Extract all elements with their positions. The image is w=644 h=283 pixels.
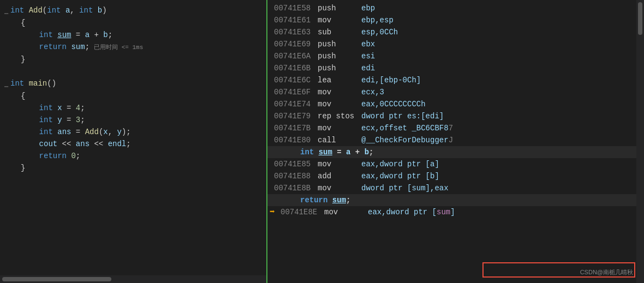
address: 00741E58 (274, 2, 318, 14)
code-text (24, 77, 28, 89)
variable: endl (108, 138, 127, 150)
scrollbar-thumb[interactable] (638, 2, 642, 35)
variable: b (98, 4, 102, 16)
number: 0 (71, 150, 75, 162)
address: 00741E88 (274, 170, 318, 182)
operands: eax,dword ptr [b] (361, 170, 439, 182)
code-line: int sum = a + b; (0, 29, 267, 41)
variable: x (103, 126, 108, 138)
disasm-line: 00741E80call@__CheckForDebuggerJ (267, 134, 644, 146)
operands: edi (361, 62, 375, 74)
address: 00741E6A (274, 50, 318, 62)
code-text (61, 4, 65, 16)
address: 00741E6C (274, 74, 318, 86)
register-operand: sum (437, 206, 450, 218)
mnemonic: mov (318, 122, 361, 134)
code-text: << (57, 138, 76, 150)
keyword: int (79, 4, 93, 16)
code-text: ) (102, 4, 106, 16)
code-text (67, 41, 71, 53)
variable: b (103, 29, 108, 41)
operands: ebx (361, 38, 375, 50)
address: 00741E69 (274, 38, 318, 50)
code-line: int ans = Add(x, y); (0, 126, 267, 138)
operands: ebp (361, 2, 375, 14)
disasm-line: 00741E6Fmovecx,3 (267, 86, 644, 98)
mnemonic: mov (318, 14, 361, 26)
address: 00741E79 (274, 110, 318, 122)
code-line: } (0, 53, 267, 65)
code-text: ( (43, 4, 47, 16)
variable: a (346, 146, 350, 158)
disasm-line: 00741E88addeax,dword ptr [b] (267, 170, 644, 182)
keyword: int (10, 4, 24, 16)
watermark: CSDN@南栀几晴秋 (580, 268, 633, 276)
operands: esp,0CCh (361, 26, 398, 38)
mnemonic: mov (318, 158, 361, 170)
code-line: ⎯int main() (0, 77, 267, 90)
variable: cout (39, 138, 58, 150)
vertical-scrollbar[interactable] (636, 0, 644, 283)
operands: dword ptr es:[edi] (361, 110, 444, 122)
code-text (21, 150, 39, 162)
code-text: = (71, 126, 85, 138)
code-text: , (70, 4, 79, 16)
mnemonic: lea (318, 74, 361, 86)
operands: edi,[ebp-0Ch] (361, 74, 421, 86)
code-text: ( (99, 126, 103, 138)
mnemonic: add (318, 170, 361, 182)
code-text: ; (80, 102, 85, 114)
address: 00741E74 (274, 98, 318, 110)
horizontal-scrollbar[interactable] (0, 275, 267, 283)
disasm-line: 00741E7Bmovecx,offset _BC6CBF87 (267, 122, 644, 134)
address: 00741E8E (281, 206, 324, 218)
code-text: ); (122, 126, 131, 138)
code-line: int y = 3; (0, 114, 267, 126)
keyword: int (47, 4, 61, 16)
variable: ans (57, 126, 71, 138)
code-text: + (90, 29, 103, 41)
disasm-line: 00741E58pushebp (267, 2, 644, 14)
code-text (67, 150, 71, 162)
disasm-line: 00741E74moveax,0CCCCCCCCh (267, 98, 644, 110)
address: 00741E7B (274, 122, 318, 134)
collapse-icon[interactable]: ⎯ (4, 5, 8, 17)
disasm-line: 00741E85moveax,dword ptr [a] (267, 158, 644, 170)
variable: sum (71, 41, 85, 53)
keyword: return (39, 41, 67, 53)
mnemonic: push (318, 2, 361, 14)
code-text: } (21, 53, 25, 65)
code-text (93, 4, 97, 16)
code-line (0, 65, 267, 77)
variable: y (117, 126, 122, 138)
collapse-icon[interactable]: ⎯ (4, 78, 8, 90)
code-text (21, 41, 39, 53)
operands: ecx,3 (361, 86, 384, 98)
code-text: , (108, 126, 117, 138)
keyword: return (300, 194, 327, 206)
mnemonic: rep stos (318, 110, 361, 122)
keyword: int (39, 29, 53, 41)
variable: ans (76, 138, 90, 150)
code-line: return sum;已用时间 <= 1ms (0, 41, 267, 53)
variable: y (57, 114, 62, 126)
variable: x (57, 102, 62, 114)
code-line: cout << ans << endl; (0, 138, 267, 150)
code-text (53, 29, 57, 41)
code-text: ; (126, 138, 130, 150)
mnemonic: push (318, 38, 361, 50)
code-line: ⎯int Add(int a, int b) (0, 4, 267, 17)
keyword: return (39, 150, 67, 162)
code-text: = (71, 29, 85, 41)
mnemonic: mov (318, 98, 361, 110)
operands: @__CheckForDebuggerJ (361, 134, 453, 146)
disassembly-panel: 00741E58pushebp 00741E61movebp,esp 00741… (267, 0, 644, 283)
variable: sum (319, 146, 332, 158)
code-text (21, 138, 39, 150)
code-text: ; (85, 41, 90, 53)
operands: ecx,offset _BC6CBF87 (361, 122, 453, 134)
disasm-area: 00741E58pushebp 00741E61movebp,esp 00741… (267, 0, 644, 220)
scrollbar-thumb[interactable] (2, 277, 111, 281)
current-disasm-line: ➡ 00741E8Emoveax,dword ptr [sum] (267, 206, 644, 218)
address: 00741E6F (274, 86, 318, 98)
